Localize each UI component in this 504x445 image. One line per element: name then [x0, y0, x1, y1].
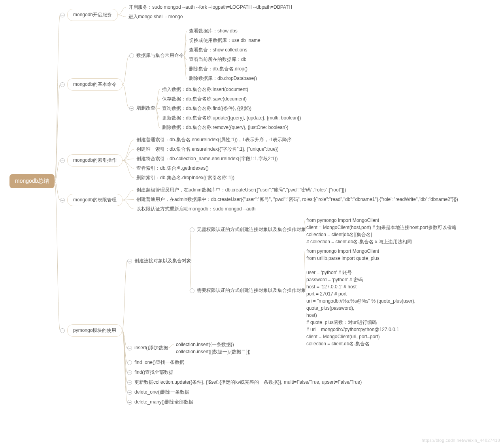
sub-node: 增删改查 [136, 105, 155, 112]
leaf-text: 删除数据库：db.dropDatabase() [189, 75, 257, 82]
watermark: https://blog.csdn.net/weixin_44827418 [422, 438, 500, 443]
leaf-text: 查看索引：db.集合名.getIndexes() [136, 165, 209, 172]
branch-node: mongodb的索引操作 [67, 154, 123, 167]
leaf-text: 更新数据：db.集合名称.update({query}, {update}, {… [162, 115, 301, 121]
leaf-text: 插入数据：db.集合名称.insert(document) [162, 86, 248, 93]
collapse-toggle-icon[interactable]: – [190, 227, 194, 232]
leaf-text: find()查找全部数据 [134, 369, 174, 376]
leaf-text: delete_one()删除一条数据 [134, 389, 189, 396]
leaf-text: find_one()查找一条数据 [134, 359, 184, 366]
branch-node: mongodb的基本命令 [67, 78, 123, 91]
collapse-toggle-icon[interactable]: – [129, 106, 134, 111]
collapse-toggle-icon[interactable]: – [127, 346, 132, 350]
leaf-text: 更新数据collection.update({条件}, {'$set':{指定的… [134, 379, 362, 386]
leaf-text: 删除索引：db.集合名.dropIndex({'索引名称':1}) [136, 174, 234, 181]
leaf-text: 删除数据：db.集合名称.remove({query}, {justOne: b… [162, 124, 288, 131]
leaf-text: 查看当前所在的数据库：db [189, 56, 246, 63]
leaf-text: 开启服务：sudo mongod --auth --fork --logpath… [128, 4, 292, 11]
sub-node: 无需权限认证的方式创建连接对象以及集合操作对象 [197, 226, 306, 233]
leaf-text: 以权限认证方式重新启动mongodb：sudo mongod --auth [136, 206, 255, 212]
collapse-toggle-icon[interactable]: – [60, 198, 65, 203]
leaf-text: from pymongo import MongoClient from url… [306, 248, 415, 347]
sub-node: 创建连接对象以及集合对象 [134, 258, 191, 264]
leaf-text: 删除集合：db.集合名.drop() [189, 66, 247, 72]
branch-node: mongodb开启服务 [67, 9, 118, 21]
collapse-toggle-icon[interactable]: – [127, 380, 132, 385]
leaf-text: 切换或使用数据库：use db_name [189, 37, 260, 44]
leaf-text: 创建普通索引：db.集合名.ensureIndex({属性:1})，1表示升序，… [136, 136, 292, 143]
sub-node: 数据库与集合常用命令 [136, 52, 184, 59]
collapse-toggle-icon[interactable]: – [129, 53, 134, 58]
leaf-text: from pymongo import MongoClient client =… [306, 217, 457, 245]
collapse-toggle-icon[interactable]: – [60, 82, 65, 87]
collapse-toggle-icon[interactable]: – [127, 400, 132, 405]
leaf-text: 创建普通用户，在admin数据库中：db.createUser({"user":… [136, 196, 458, 203]
leaf-text: 创建符合索引：db.collection_name.ensureIndex({字… [136, 155, 278, 162]
branch-node: mongodb的权限管理 [67, 194, 123, 206]
collapse-toggle-icon[interactable]: – [127, 259, 132, 263]
collapse-toggle-icon[interactable]: – [60, 13, 65, 17]
collapse-toggle-icon[interactable]: – [127, 360, 132, 365]
collapse-toggle-icon[interactable]: – [190, 288, 194, 293]
root-node: mongodb总结 [9, 174, 55, 188]
sub-node: 需要权限认证的方式创建连接对象以及集合操作对象 [197, 287, 306, 294]
collapse-toggle-icon[interactable]: – [60, 328, 65, 333]
collapse-toggle-icon[interactable]: – [127, 370, 132, 375]
branch-node: pymongo模块的使用 [67, 324, 122, 337]
leaf-text: 创建唯一索引：db.集合名.ensureIndex({"字段名":1}, {"u… [136, 146, 279, 153]
sub-node: insert()添加数据 [134, 345, 168, 351]
leaf-text: 查询数据：db.集合名称.find({条件}, {投影}) [162, 105, 251, 112]
leaf-text: collection.insert({一条数据}) collection.ins… [176, 341, 251, 355]
leaf-text: 创建超级管理员用户，在admin数据库中：db.createUser({"use… [136, 187, 346, 193]
leaf-text: 保存数据：db.集合名称.save(document) [162, 96, 247, 102]
collapse-toggle-icon[interactable]: – [60, 158, 65, 163]
leaf-text: 查看数据库：show dbs [189, 28, 238, 34]
collapse-toggle-icon[interactable]: – [127, 390, 132, 395]
leaf-text: 查看集合：show collections [189, 47, 247, 53]
leaf-text: delete_many()删除全部数据 [134, 399, 193, 405]
leaf-text: 进入mongo shell：mongo [128, 13, 183, 20]
